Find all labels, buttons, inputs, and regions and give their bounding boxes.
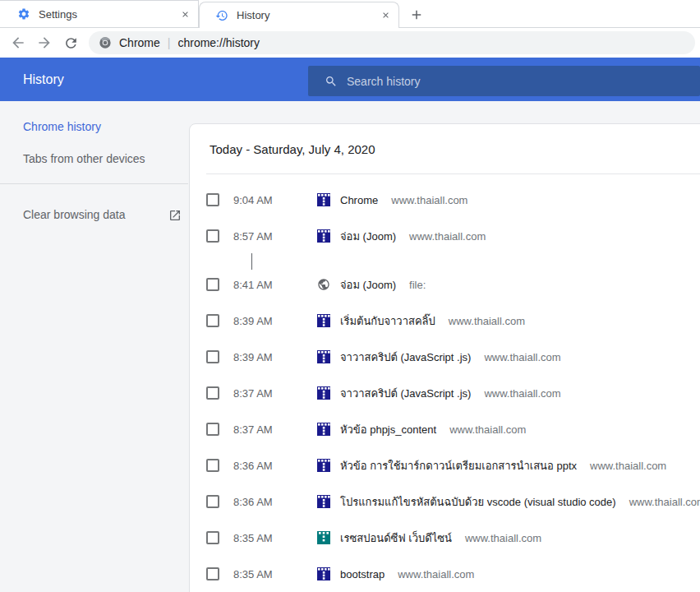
history-item-domain: www.thaiall.com (449, 423, 526, 436)
text-caret-artifact (251, 253, 252, 270)
history-entry-row[interactable]: 8:36 AM หัวข้อ การใช้มาร์กดาวน์เตรียมเอก… (190, 447, 700, 483)
history-item-checkbox[interactable] (206, 350, 219, 363)
history-item-time: 8:39 AM (233, 315, 317, 327)
tab-strip: Settings History (0, 0, 700, 28)
history-entry-row[interactable]: 8:41 AM จ่อม (Joom) file: (190, 266, 700, 303)
sidebar-item-chrome-history[interactable]: Chrome history (23, 120, 101, 133)
history-entry-row[interactable]: 8:39 AM เริ่มต้นกับจาวาสคลิ๊ป www.thaial… (190, 303, 700, 339)
history-item-checkbox[interactable] (206, 495, 219, 508)
history-item-time: 8:36 AM (233, 460, 317, 472)
forward-button[interactable] (33, 31, 56, 54)
history-clock-icon (215, 9, 228, 22)
history-item-domain: file: (409, 279, 426, 291)
history-item-title[interactable]: bootstrap (340, 568, 385, 580)
history-item-time: 8:35 AM (233, 568, 317, 580)
history-item-time: 8:37 AM (233, 387, 317, 400)
browser-toolbar: Chrome | chrome://history (0, 28, 700, 58)
tab-history[interactable]: History (199, 2, 399, 28)
history-item-title[interactable]: หัวข้อ การใช้มาร์กดาวน์เตรียมเอกสารนำเสน… (340, 457, 577, 474)
history-entry-row[interactable]: 8:39 AM จาวาสคริปต์ (JavaScript .js) www… (190, 339, 700, 375)
site-favicon (317, 278, 330, 291)
site-favicon (317, 459, 330, 472)
back-button[interactable] (7, 31, 30, 54)
sidebar-item-tabs-from-other-devices[interactable]: Tabs from other devices (23, 152, 145, 165)
history-item-title[interactable]: เริ่มต้นกับจาวาสคลิ๊ป (340, 312, 435, 330)
history-entry-row[interactable]: 8:37 AM หัวข้อ phpjs_content www.thaiall… (190, 411, 700, 447)
history-item-time: 8:37 AM (233, 423, 317, 436)
history-item-domain: www.thaiall.com (391, 194, 467, 206)
history-entry-row[interactable]: 8:36 AM โปรแกรมแก้ไขรหัสต้นฉบับด้วย vsco… (190, 483, 700, 520)
reload-button[interactable] (59, 31, 82, 54)
tab-history-close-icon[interactable] (379, 9, 392, 22)
history-entry-row[interactable]: 8:35 AM bootstrap www.thaiall.com (190, 556, 700, 592)
search-icon (325, 75, 338, 88)
history-item-checkbox[interactable] (206, 423, 219, 436)
history-item-domain: www.thaiall.com (484, 351, 560, 363)
settings-gear-icon (17, 7, 30, 21)
open-in-new-icon (168, 209, 182, 225)
page-title: History (23, 58, 64, 101)
history-item-checkbox[interactable] (206, 459, 219, 472)
site-favicon (317, 350, 330, 363)
clear-browsing-data-label: Clear browsing data (23, 208, 126, 221)
history-item-checkbox[interactable] (206, 278, 219, 291)
sidebar: Chrome history Tabs from other devices C… (0, 101, 191, 592)
history-item-domain: www.thaiall.com (449, 315, 525, 327)
history-content: Chrome history Tabs from other devices C… (0, 101, 700, 592)
tab-settings-label: Settings (39, 8, 178, 21)
history-item-title[interactable]: เรซสปอนด์ซีฟ เว็บดีไซน์ (340, 530, 452, 547)
row-gap (190, 254, 700, 266)
history-item-checkbox[interactable] (206, 193, 219, 206)
site-favicon (317, 386, 330, 400)
history-item-time: 8:39 AM (233, 351, 317, 363)
history-item-domain: www.thaiall.com (629, 496, 700, 508)
history-item-checkbox[interactable] (206, 567, 219, 580)
sidebar-divider (0, 183, 188, 184)
tab-settings[interactable]: Settings (0, 0, 199, 27)
history-item-title[interactable]: จาวาสคริปต์ (JavaScript .js) (340, 349, 471, 366)
site-favicon (317, 193, 330, 206)
history-item-checkbox[interactable] (206, 229, 219, 243)
site-favicon (317, 531, 330, 544)
history-entry-row[interactable]: 9:04 AM Chrome www.thaiall.com (190, 182, 700, 218)
history-card: Today - Saturday, July 4, 2020 9:04 AM C… (189, 123, 700, 592)
history-page-header: History Search history (0, 58, 700, 101)
history-item-title[interactable]: จ่อม (Joom) (340, 276, 396, 294)
address-url: chrome://history (177, 36, 260, 49)
chrome-logo-icon (99, 36, 112, 49)
sidebar-item-clear-browsing-data[interactable]: Clear browsing data (0, 199, 188, 234)
history-item-domain: www.thaiall.com (484, 387, 560, 400)
history-item-title[interactable]: Chrome (340, 194, 378, 206)
history-item-title[interactable]: จ่อม (Joom) (340, 228, 396, 245)
history-item-checkbox[interactable] (206, 386, 219, 400)
address-site-name: Chrome (119, 36, 160, 49)
history-item-checkbox[interactable] (206, 531, 219, 544)
history-entry-row[interactable]: 8:37 AM จาวาสคริปต์ (JavaScript .js) www… (190, 375, 700, 411)
history-list: 9:04 AM Chrome www.thaiall.com 8:57 AM จ… (190, 174, 700, 592)
history-item-time: 8:36 AM (233, 496, 317, 508)
address-separator: | (168, 36, 171, 49)
site-favicon (317, 567, 330, 580)
history-item-domain: www.thaiall.com (590, 460, 666, 472)
history-entry-row[interactable]: 8:57 AM จ่อม (Joom) www.thaiall.com (190, 218, 700, 254)
site-favicon (317, 423, 330, 436)
tab-history-label: History (237, 9, 379, 21)
history-item-title[interactable]: หัวข้อ phpjs_content (340, 421, 436, 438)
site-favicon (317, 495, 330, 508)
history-item-time: 9:04 AM (233, 194, 317, 206)
history-item-time: 8:35 AM (233, 532, 317, 544)
history-item-time: 8:41 AM (233, 279, 317, 291)
new-tab-button[interactable] (408, 6, 426, 24)
date-header: Today - Saturday, July 4, 2020 (190, 124, 700, 173)
history-item-checkbox[interactable] (206, 314, 219, 327)
history-item-domain: www.thaiall.com (398, 568, 474, 580)
search-history-input[interactable]: Search history (308, 66, 700, 96)
history-item-title[interactable]: จาวาสคริปต์ (JavaScript .js) (340, 385, 471, 402)
address-bar[interactable]: Chrome | chrome://history (89, 31, 695, 54)
history-item-title[interactable]: โปรแกรมแก้ไขรหัสต้นฉบับด้วย vscode (visu… (340, 493, 616, 511)
tab-settings-close-icon[interactable] (178, 7, 191, 21)
history-entry-row[interactable]: 8:35 AM เรซสปอนด์ซีฟ เว็บดีไซน์ www.thai… (190, 520, 700, 556)
search-placeholder: Search history (347, 75, 420, 88)
site-favicon (317, 229, 330, 243)
history-item-domain: www.thaiall.com (409, 230, 486, 243)
